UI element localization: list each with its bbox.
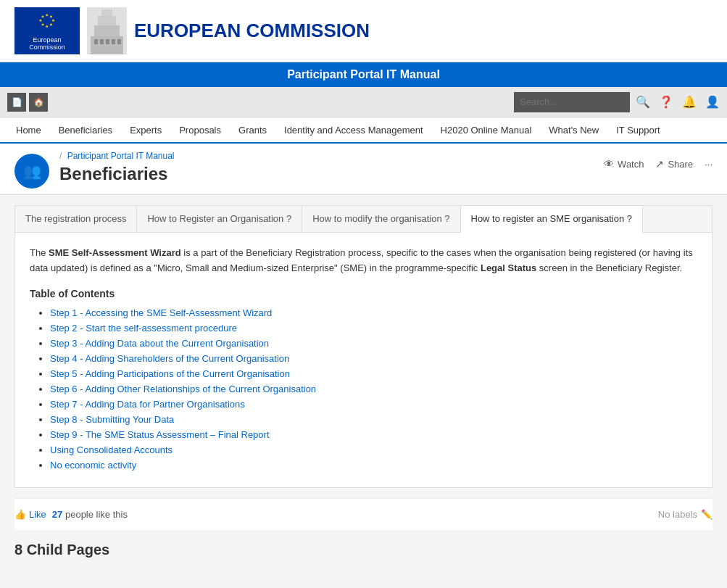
eu-flag-icon bbox=[29, 11, 65, 35]
tab-reg[interactable]: The registration process bbox=[15, 206, 137, 232]
toc-link[interactable]: No economic activity bbox=[50, 460, 136, 471]
toc-link[interactable]: Step 1 - Accessing the SME Self-Assessme… bbox=[50, 307, 272, 318]
toc-item: Step 7 - Adding Data for Partner Organis… bbox=[50, 398, 697, 410]
main-nav-item-experts[interactable]: Experts bbox=[121, 119, 170, 141]
ec-logo-label: European Commission bbox=[29, 36, 65, 51]
toc-item: Step 3 - Adding Data about the Current O… bbox=[50, 337, 697, 349]
page-icon-circle: 👥 bbox=[14, 154, 49, 189]
toc-link[interactable]: Step 9 - The SME Status Assessment – Fin… bbox=[50, 429, 270, 440]
page-header-left: 👥 / Participant Portal IT Manual Benefic… bbox=[14, 151, 175, 189]
svg-rect-17 bbox=[112, 39, 115, 44]
toc-list: Step 1 - Accessing the SME Self-Assessme… bbox=[30, 307, 697, 471]
toc-link[interactable]: Step 6 - Adding Other Relationships of t… bbox=[50, 384, 316, 394]
ellipsis-icon: ··· bbox=[705, 159, 713, 170]
like-button[interactable]: 👍 Like bbox=[14, 509, 46, 520]
breadcrumb: / Participant Portal IT Manual bbox=[59, 151, 175, 161]
help-icon[interactable]: ❓ bbox=[659, 95, 673, 109]
toc-item: Using Consolidated Accounts bbox=[50, 444, 697, 455]
footer-area: 👍 Like 27 people like this No labels ✏️ bbox=[14, 498, 713, 530]
page-actions: 👁 Watch ↗ Share ··· bbox=[604, 158, 713, 170]
main-nav-item-beneficiaries[interactable]: Beneficiaries bbox=[50, 119, 121, 141]
tab-modify[interactable]: How to modify the organisation ? bbox=[302, 206, 460, 232]
more-options-button[interactable]: ··· bbox=[705, 159, 713, 170]
no-labels: No labels ✏️ bbox=[658, 509, 713, 520]
toc-link[interactable]: Step 4 - Adding Shareholders of the Curr… bbox=[50, 353, 289, 364]
tab-register-org[interactable]: How to Register an Organisation ? bbox=[137, 206, 302, 232]
intro-text: The SME Self-Assessment Wizard is a part… bbox=[30, 246, 697, 276]
main-nav-item-iam[interactable]: Identity and Access Management bbox=[275, 119, 432, 141]
breadcrumb-sep: / bbox=[59, 151, 62, 161]
top-nav-actions: ❓ 🔔 👤 bbox=[659, 95, 720, 109]
share-icon: ↗ bbox=[655, 158, 664, 170]
main-nav-item-grants[interactable]: Grants bbox=[230, 119, 275, 141]
svg-rect-14 bbox=[94, 39, 98, 44]
svg-rect-16 bbox=[106, 39, 109, 44]
watch-button[interactable]: 👁 Watch bbox=[604, 158, 644, 170]
toc-heading: Table of Contents bbox=[30, 288, 697, 299]
no-labels-text: No labels bbox=[658, 509, 697, 520]
page-title: Beneficiaries bbox=[59, 164, 175, 184]
svg-rect-10 bbox=[91, 36, 123, 54]
like-label: Like bbox=[29, 509, 46, 520]
ec-header: European Commission EUROPEAN COMMISSION bbox=[0, 0, 727, 62]
svg-rect-12 bbox=[98, 16, 116, 25]
child-pages-heading: 8 Child Pages bbox=[14, 542, 713, 558]
tab-content: The SME Self-Assessment Wizard is a part… bbox=[15, 233, 712, 487]
commission-title: EUROPEAN COMMISSION bbox=[134, 20, 370, 42]
toc-item: Step 1 - Accessing the SME Self-Assessme… bbox=[50, 307, 697, 318]
toc-item: Step 5 - Adding Participations of the Cu… bbox=[50, 368, 697, 379]
main-nav-item-proposals[interactable]: Proposals bbox=[170, 119, 230, 141]
toc-item: Step 8 - Submitting Your Data bbox=[50, 413, 697, 425]
watch-label: Watch bbox=[618, 159, 644, 170]
main-nav: HomeBeneficiariesExpertsProposalsGrantsI… bbox=[0, 117, 727, 144]
tabs-bar: The registration processHow to Register … bbox=[15, 206, 712, 233]
ec-building-graphic bbox=[87, 7, 127, 54]
search-input[interactable] bbox=[514, 92, 630, 112]
notification-icon[interactable]: 🔔 bbox=[682, 95, 697, 109]
svg-rect-11 bbox=[94, 25, 120, 36]
search-bar: 🔍 bbox=[514, 92, 650, 112]
toc-item: No economic activity bbox=[50, 459, 697, 471]
nav-icon-group: 📄 🏠 bbox=[7, 93, 48, 112]
home-nav-icon[interactable]: 🏠 bbox=[29, 93, 48, 112]
edit-label-icon[interactable]: ✏️ bbox=[701, 509, 713, 520]
toc-item: Step 9 - The SME Status Assessment – Fin… bbox=[50, 428, 697, 440]
beneficiaries-icon: 👥 bbox=[23, 162, 41, 180]
portal-title: Participant Portal IT Manual bbox=[287, 68, 440, 80]
page-icon[interactable]: 📄 bbox=[7, 93, 26, 112]
bold-sme-wizard: SME Self-Assessment Wizard bbox=[49, 247, 181, 258]
ec-logo-box: European Commission bbox=[14, 7, 80, 54]
svg-rect-18 bbox=[117, 39, 121, 44]
toc-item: Step 2 - Start the self-assessment proce… bbox=[50, 322, 697, 334]
toc-link[interactable]: Step 5 - Adding Participations of the Cu… bbox=[50, 368, 290, 379]
toc-item: Step 6 - Adding Other Relationships of t… bbox=[50, 383, 697, 394]
user-icon[interactable]: 👤 bbox=[705, 95, 720, 109]
toc-link[interactable]: Using Consolidated Accounts bbox=[50, 444, 173, 455]
toc-link[interactable]: Step 7 - Adding Data for Partner Organis… bbox=[50, 399, 245, 410]
page-header: 👥 / Participant Portal IT Manual Benefic… bbox=[0, 144, 727, 195]
toc-link[interactable]: Step 8 - Submitting Your Data bbox=[50, 414, 174, 425]
like-count: 27 people like this bbox=[52, 509, 128, 520]
svg-rect-13 bbox=[101, 9, 112, 16]
main-nav-item-home[interactable]: Home bbox=[7, 119, 50, 141]
top-nav-bar: 📄 🏠 🔍 ❓ 🔔 👤 bbox=[0, 87, 727, 117]
breadcrumb-title-group: / Participant Portal IT Manual Beneficia… bbox=[59, 151, 175, 184]
tab-sme[interactable]: How to register an SME organisation ? bbox=[461, 206, 644, 233]
content-area: The registration processHow to Register … bbox=[14, 205, 713, 488]
toc-link[interactable]: Step 2 - Start the self-assessment proce… bbox=[50, 323, 237, 334]
watch-icon: 👁 bbox=[604, 158, 614, 170]
search-icon[interactable]: 🔍 bbox=[636, 95, 650, 109]
portal-title-bar: Participant Portal IT Manual bbox=[0, 62, 727, 87]
share-button[interactable]: ↗ Share bbox=[655, 158, 693, 170]
main-nav-item-whats-new[interactable]: What's New bbox=[540, 119, 607, 141]
bold-legal-status: Legal Status bbox=[481, 262, 536, 273]
breadcrumb-link[interactable]: Participant Portal IT Manual bbox=[67, 151, 175, 161]
toc-item: Step 4 - Adding Shareholders of the Curr… bbox=[50, 352, 697, 364]
toc-link[interactable]: Step 3 - Adding Data about the Current O… bbox=[50, 338, 269, 349]
ec-logo-area: European Commission bbox=[14, 7, 127, 54]
like-section: 👍 Like 27 people like this bbox=[14, 509, 128, 520]
thumbs-up-icon: 👍 bbox=[14, 509, 26, 520]
share-label: Share bbox=[668, 159, 693, 170]
main-nav-item-h2020[interactable]: H2020 Online Manual bbox=[432, 119, 541, 141]
main-nav-item-it-support[interactable]: IT Support bbox=[607, 119, 668, 141]
